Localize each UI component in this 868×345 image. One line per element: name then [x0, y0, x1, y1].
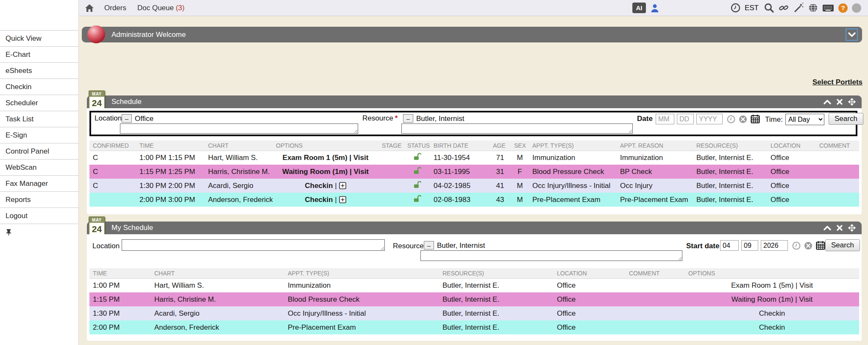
column-header: STATUS: [404, 140, 430, 151]
cell-location: Office: [554, 292, 626, 306]
application-window: Quick ViewE-CharteSheetsCheckinScheduler…: [0, 0, 868, 345]
my-schedule-search-button[interactable]: Search: [825, 239, 860, 251]
pin-icon[interactable]: [6, 229, 12, 236]
sidebar-item-quick-view[interactable]: Quick View: [0, 30, 78, 46]
column-header: OPTIONS: [685, 268, 859, 278]
clear-date-icon[interactable]: [804, 241, 812, 251]
select-portlets-link[interactable]: Select Portlets: [812, 78, 862, 87]
calendar-date-icon: MAY 24: [89, 216, 105, 236]
help-icon[interactable]: ?: [838, 3, 848, 13]
cell-status: [404, 151, 430, 165]
cell-sex: M: [511, 151, 529, 165]
date-year-input[interactable]: [696, 114, 723, 124]
time-picker-icon[interactable]: [727, 115, 735, 125]
cell-comment: [816, 151, 859, 165]
column-header: APPT. TYPE(S): [529, 140, 617, 151]
sidebar-item-checkin[interactable]: Checkin: [0, 79, 78, 95]
location-search-input[interactable]: [120, 123, 358, 134]
appointment-option-link[interactable]: Checkin: [305, 196, 333, 204]
cell-options[interactable]: Checkin|: [273, 179, 378, 193]
banner-collapse-button[interactable]: [846, 28, 858, 41]
close-icon[interactable]: [837, 225, 843, 231]
cell-appt-types: Occ Injury/Illness - Initial: [529, 179, 617, 193]
sidebar-item-webscan[interactable]: WebScan: [0, 159, 78, 175]
resource-label: Resource*: [362, 114, 398, 123]
cell-birth-date: 04-02-1985: [430, 179, 490, 193]
globe-icon[interactable]: [808, 3, 818, 13]
sidebar-item-fax-manager[interactable]: Fax Manager: [0, 175, 78, 191]
appointment-option-link[interactable]: Checkin: [305, 182, 333, 190]
time-picker-icon[interactable]: [792, 241, 801, 251]
location-search-input[interactable]: [122, 239, 385, 251]
resource-collapse-button[interactable]: –: [424, 241, 434, 250]
sidebar-item-e-chart[interactable]: E-Chart: [0, 46, 78, 62]
user-icon[interactable]: [650, 3, 659, 13]
date-month-input[interactable]: [656, 114, 674, 124]
sidebar-item-reports[interactable]: Reports: [0, 191, 78, 208]
clear-date-icon[interactable]: [739, 115, 747, 125]
cell-resources: Butler, Internist E.: [439, 320, 554, 334]
clock-icon[interactable]: [731, 3, 740, 13]
resource-search-input[interactable]: [420, 250, 682, 261]
schedule-search-button[interactable]: Search: [829, 113, 863, 125]
sidebar-item-logout[interactable]: Logout: [0, 208, 78, 224]
appointment-option-link[interactable]: Exam Room 1 (5m) | Visit: [731, 281, 813, 289]
resource-search-input[interactable]: [401, 123, 633, 134]
appointment-option-link[interactable]: Waiting Room (1m) | Visit: [282, 168, 369, 176]
sidebar-item-e-sign[interactable]: E-Sign: [0, 127, 78, 143]
cell-stage: [378, 151, 404, 165]
calendar-picker-icon[interactable]: [816, 241, 825, 251]
start-date-year-input[interactable]: [761, 240, 788, 251]
home-icon[interactable]: [85, 4, 94, 12]
close-icon[interactable]: [837, 99, 843, 105]
nav-doc-queue[interactable]: Doc Queue (3): [137, 4, 185, 12]
cell-location: Office: [554, 320, 626, 334]
cell-options[interactable]: Checkin: [685, 320, 859, 334]
cell-age: 31: [490, 165, 511, 179]
start-date-day-input[interactable]: [741, 240, 758, 251]
sidebar-item-scheduler[interactable]: Scheduler: [0, 95, 78, 111]
sidebar-item-task-list[interactable]: Task List: [0, 111, 78, 127]
nav-orders[interactable]: Orders: [104, 4, 126, 12]
cell-options[interactable]: Exam Room 1 (5m) | Visit: [273, 151, 378, 165]
link-icon[interactable]: [779, 3, 789, 13]
cell-location: Office: [767, 151, 816, 165]
calendar-picker-icon[interactable]: [751, 114, 760, 125]
appointment-option-link[interactable]: Checkin: [759, 309, 785, 317]
wand-icon[interactable]: [793, 3, 804, 13]
collapse-icon[interactable]: [823, 99, 831, 104]
date-label: Date: [637, 115, 653, 123]
search-icon[interactable]: [764, 3, 774, 13]
timezone-label: EST: [745, 4, 759, 12]
appointment-option-link[interactable]: Exam Room 1 (5m) | Visit: [283, 154, 369, 162]
collapse-icon[interactable]: [823, 225, 831, 230]
move-icon[interactable]: [848, 98, 856, 106]
status-circle-icon[interactable]: [852, 3, 861, 13]
cell-options[interactable]: Waiting Room (1m) | Visit: [273, 165, 378, 179]
cell-comment: [816, 165, 859, 179]
appointment-option-link[interactable]: Waiting Room (1m) | Visit: [732, 295, 812, 303]
sidebar-menu: Quick ViewE-CharteSheetsCheckinScheduler…: [0, 30, 78, 224]
sidebar-item-esheets[interactable]: eSheets: [0, 62, 78, 79]
cell-options[interactable]: Exam Room 1 (5m) | Visit: [685, 278, 859, 292]
cell-sex: F: [511, 165, 529, 179]
doc-queue-label: Doc Queue: [137, 4, 174, 12]
column-header: STAGE: [378, 140, 404, 151]
time-select[interactable]: All Day: [785, 114, 824, 125]
ai-badge[interactable]: AI: [632, 3, 646, 13]
add-icon[interactable]: [339, 196, 346, 203]
move-icon[interactable]: [848, 224, 856, 232]
location-collapse-button[interactable]: –: [122, 114, 132, 123]
cell-sex: M: [511, 193, 529, 207]
cell-options[interactable]: Checkin: [685, 306, 859, 320]
appointment-option-link[interactable]: Checkin: [759, 323, 785, 331]
start-date-month-input[interactable]: [720, 240, 739, 251]
date-day-input[interactable]: [677, 114, 694, 124]
add-icon[interactable]: [339, 182, 346, 189]
cell-options[interactable]: Checkin|: [273, 193, 378, 207]
keyboard-icon[interactable]: [822, 4, 834, 12]
resource-collapse-button[interactable]: –: [403, 114, 413, 123]
table-row: 2:00 PM 3:00 PMAnderson, FrederickChecki…: [89, 193, 859, 207]
cell-options[interactable]: Waiting Room (1m) | Visit: [685, 292, 859, 306]
sidebar-item-control-panel[interactable]: Control Panel: [0, 143, 78, 159]
